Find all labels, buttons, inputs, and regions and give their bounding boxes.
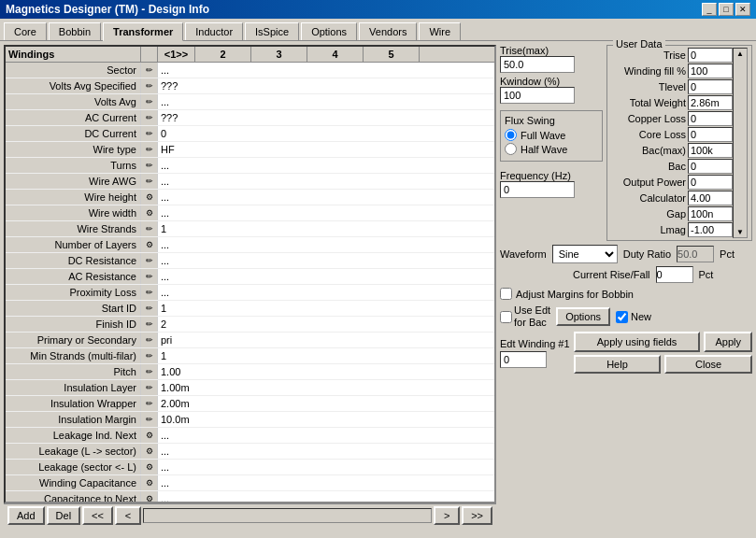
minimize-button[interactable]: _ [702, 3, 717, 16]
apply-button[interactable]: Apply [704, 332, 752, 352]
kwindow-section: Kwindow (%) [500, 76, 603, 104]
ud-field-input[interactable] [688, 222, 733, 237]
ud-field-input[interactable] [688, 79, 733, 94]
ud-field-label: Bac(max) [611, 145, 686, 156]
frequency-label: Frequency (Hz) [500, 170, 603, 181]
table-bottom-controls: Add Del << < > >> [4, 503, 496, 527]
row-icon[interactable]: ✏ [141, 221, 158, 236]
ud-field-input[interactable] [688, 111, 733, 126]
table-row: Leakage (sector <- L) ⚙ ... [6, 460, 494, 475]
scroll-up-icon[interactable]: ▲ [736, 50, 744, 58]
row-value: ... [158, 444, 197, 459]
row-icon[interactable]: ⚙ [141, 491, 158, 502]
tab-transformer[interactable]: Transformer [103, 22, 183, 41]
ud-field-label: Tlevel [611, 81, 686, 92]
row-icon[interactable]: ⚙ [141, 237, 158, 252]
scroll-down-icon[interactable]: ▼ [736, 228, 744, 236]
right-panel: Trise(max) Kwindow (%) Flux Swing Full W… [500, 45, 752, 527]
half-wave-label: Half Wave [521, 144, 567, 155]
duty-ratio-input[interactable] [677, 246, 714, 262]
ud-field-input[interactable] [688, 95, 733, 110]
row-label: Capacitance to Next [6, 491, 141, 502]
trise-label: Trise(max) [500, 45, 603, 56]
duty-ratio-label: Duty Ratio [623, 248, 671, 260]
use-edt-checkbox[interactable] [500, 311, 512, 323]
row-icon[interactable]: ✏ [141, 126, 158, 141]
prev-prev-button[interactable]: << [82, 506, 113, 525]
row-icon[interactable]: ✏ [141, 396, 158, 411]
prev-button[interactable]: < [115, 506, 141, 525]
row-icon[interactable]: ✏ [141, 380, 158, 395]
ud-field-input[interactable] [688, 127, 733, 142]
row-value: ... [158, 269, 197, 284]
frequency-input[interactable] [500, 181, 575, 198]
use-edt-label2: for Bac [514, 317, 550, 329]
help-button[interactable]: Help [574, 355, 662, 374]
ud-field-input[interactable] [688, 48, 733, 63]
row-icon[interactable]: ⚙ [141, 428, 158, 443]
row-icon[interactable]: ✏ [141, 253, 158, 268]
table-row: DC Resistance ✏ ... [6, 253, 494, 269]
tab-isspice[interactable]: IsSpice [245, 22, 299, 40]
tab-core[interactable]: Core [4, 22, 47, 40]
tab-vendors[interactable]: Vendors [359, 22, 417, 40]
options-button[interactable]: Options [556, 307, 610, 326]
close-button[interactable]: Close [664, 355, 752, 374]
row-icon[interactable]: ⚙ [141, 190, 158, 205]
full-wave-radio[interactable] [505, 129, 517, 141]
row-icon[interactable]: ⚙ [141, 444, 158, 459]
user-data-scrollbar[interactable]: ▲ ▼ [733, 48, 748, 238]
ud-field-input[interactable] [688, 143, 733, 158]
half-wave-radio[interactable] [505, 143, 517, 155]
row-icon[interactable]: ✏ [141, 63, 158, 78]
new-checkbox[interactable] [616, 311, 628, 323]
ud-field-input[interactable] [688, 191, 733, 205]
table-row: Winding Capacitance ⚙ ... [6, 475, 494, 491]
next-button[interactable]: > [434, 506, 460, 525]
apply-using-fields-button[interactable]: Apply using fields [574, 332, 701, 352]
waveform-select[interactable]: Sine Square [552, 245, 618, 263]
col-2: 2 [195, 47, 251, 62]
row-icon[interactable]: ✏ [141, 348, 158, 363]
tab-bobbin[interactable]: Bobbin [49, 22, 101, 40]
edt-winding-input[interactable] [500, 351, 547, 368]
ud-field-input[interactable] [688, 64, 733, 78]
ud-field-input[interactable] [688, 159, 733, 174]
row-icon[interactable]: ✏ [141, 269, 158, 284]
row-icon[interactable]: ✏ [141, 142, 158, 157]
tab-inductor[interactable]: Inductor [185, 22, 243, 40]
row-icon[interactable]: ✏ [141, 333, 158, 347]
row-icon[interactable]: ✏ [141, 412, 158, 427]
horizontal-scrollbar[interactable] [143, 508, 432, 523]
row-icon[interactable]: ⚙ [141, 475, 158, 490]
row-icon[interactable]: ⚙ [141, 460, 158, 474]
del-button[interactable]: Del [47, 506, 81, 525]
row-icon[interactable]: ✏ [141, 94, 158, 109]
row-icon[interactable]: ✏ [141, 364, 158, 379]
row-value: ... [158, 285, 197, 300]
row-icon[interactable]: ✏ [141, 158, 158, 173]
adjust-margins-checkbox[interactable] [500, 288, 512, 300]
row-label: Number of Layers [6, 237, 141, 252]
row-label: Leakage (L -> sector) [6, 444, 141, 459]
row-icon[interactable]: ✏ [141, 174, 158, 189]
tab-wire[interactable]: Wire [419, 22, 461, 40]
add-button[interactable]: Add [7, 506, 45, 525]
row-icon[interactable]: ✏ [141, 285, 158, 300]
maximize-button[interactable]: □ [719, 3, 734, 16]
ud-field-input[interactable] [688, 175, 733, 190]
kwindow-input[interactable] [500, 87, 575, 104]
current-rise-input[interactable] [656, 266, 693, 283]
row-icon[interactable]: ✏ [141, 301, 158, 316]
row-icon[interactable]: ✏ [141, 317, 158, 332]
ud-field-input[interactable] [688, 206, 733, 221]
tab-options[interactable]: Options [301, 22, 357, 40]
close-window-button[interactable]: ✕ [735, 3, 750, 16]
row-icon[interactable]: ✏ [141, 110, 158, 125]
trise-input[interactable] [500, 56, 575, 73]
user-data-row: Output Power [611, 175, 733, 190]
window-title: Magnetics Designer (TM) - Design Info [6, 3, 209, 16]
row-icon[interactable]: ⚙ [141, 205, 158, 220]
row-icon[interactable]: ✏ [141, 78, 158, 93]
next-next-button[interactable]: >> [462, 506, 492, 525]
